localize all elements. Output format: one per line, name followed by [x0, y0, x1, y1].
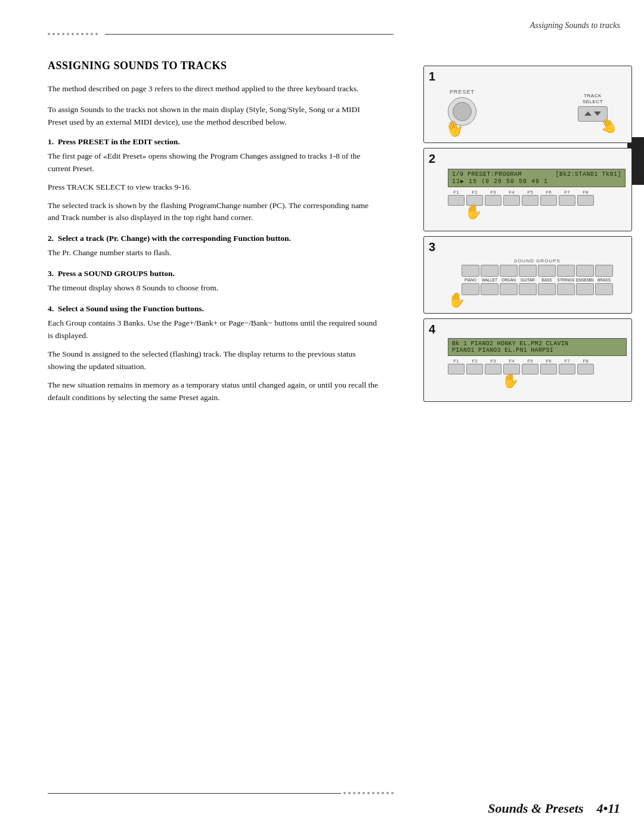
fn4-label-f3: F3 [485, 358, 501, 364]
sound-bot-btn-3[interactable] [500, 283, 518, 295]
lcd-row2: 11▶ 15 ⟨9 26 50 50 49 1 [452, 178, 621, 185]
hand-icon-sound: ✋ [448, 292, 466, 308]
diagram-box-3: 3 SOUND GROUPS PIANO WALLET ORGAN [423, 236, 632, 314]
diagram-box-1: 1 PRESET ✋ TRACK SELECT [423, 66, 632, 143]
sound-top-btn-4[interactable] [519, 265, 537, 277]
box4-content: Bk 1 PIANO2 HONKY EL.PM2 CLAVIN PIANO1 P… [448, 327, 627, 374]
footer-sounds-presets: Sounds & Presets [488, 801, 583, 816]
lcd-right: [Bk2:STAND1 Tk01] [555, 171, 621, 178]
track-select-container: ✋ [578, 106, 608, 122]
step1-body2: Press TRACK SELECT to view tracks 9-16. [48, 181, 382, 194]
hand-icon-fn2: ✋ [465, 203, 482, 220]
sound-bot-btns: ✋ [448, 283, 627, 295]
footer-text: Sounds & Presets 4•11 [488, 801, 620, 816]
lcd-line2: 11▶ 15 ⟨9 26 50 50 49 1 [452, 178, 548, 185]
step2-heading: 2. Select a track (Pr. Change) with the … [48, 234, 382, 243]
sound-lbl-piano: PIANO [462, 278, 479, 282]
fn4-label-f5: F5 [522, 358, 538, 364]
box2-content: 1/9 PRESET:PROGRAM [Bk2:STAND1 Tk01] 11▶… [448, 158, 626, 206]
step2-body: The Pr. Change number starts to flash. [48, 247, 382, 259]
sound-labels: PIANO WALLET ORGAN GUITAR BASS STRINGS E… [448, 278, 627, 282]
section-title: ASSIGNING SOUNDS TO TRACKS [48, 60, 382, 72]
fn4-label-f2: F2 [466, 358, 483, 364]
fn-btn-6[interactable] [540, 195, 557, 206]
sound-lbl-brass: BRASS [595, 278, 613, 282]
header-title: Assigning Sounds to tracks [530, 21, 620, 30]
fn-btn-7[interactable] [559, 195, 575, 206]
hand-icon-fn4: ✋ [501, 372, 519, 389]
fn4-label-f7: F7 [559, 358, 575, 364]
sound-bot-btn-8[interactable] [595, 283, 613, 295]
footer-rule [48, 792, 394, 794]
footer-line-left [48, 793, 341, 794]
fn4-label-f4: F4 [503, 358, 520, 364]
arrow-up-icon [584, 112, 592, 116]
sound-top-btn-5[interactable] [538, 265, 556, 277]
fn4-btn-8[interactable] [577, 364, 594, 374]
footer-dots-row [343, 792, 394, 794]
sound-bot-btn-4[interactable] [519, 283, 537, 295]
fn4-btns-physical: ✋ [448, 364, 627, 374]
step3: 3. Press a SOUND GROUPS button. The time… [48, 269, 382, 295]
lcd-line1: 1/9 PRESET:PROGRAM [452, 171, 522, 178]
header-rule [48, 33, 394, 35]
fn4-btn-5[interactable] [522, 364, 538, 374]
sound-bot-btn-5[interactable] [538, 283, 556, 295]
box3-content: SOUND GROUPS PIANO WALLET ORGAN GUITAR [448, 250, 627, 295]
step2: 2. Select a track (Pr. Change) with the … [48, 234, 382, 259]
step1: 1. Press PRESET in the EDIT section. The… [48, 137, 382, 225]
right-panel: 1 PRESET ✋ TRACK SELECT [417, 0, 644, 833]
box1-number: 1 [429, 70, 435, 83]
preset-button-group: PRESET ✋ [448, 89, 476, 126]
sound-bot-btn-2[interactable] [481, 283, 499, 295]
fn4-btn-7[interactable] [559, 364, 575, 374]
fn4-label-f8: F8 [577, 358, 594, 364]
fn-label-f7: F7 [559, 190, 575, 195]
fn-buttons-row2: F1 F2 F3 F4 F5 F6 F7 F8 [448, 190, 626, 195]
track-select-group: TRACK SELECT ✋ [578, 93, 608, 121]
sound-bot-btn-7[interactable] [576, 283, 594, 295]
box2-number: 2 [429, 152, 435, 166]
fn-btn-4[interactable] [503, 195, 520, 206]
fn-btn-5[interactable] [522, 195, 538, 206]
fn-label-f6: F6 [540, 190, 557, 195]
sound-top-btn-8[interactable] [595, 265, 613, 277]
fn4-btn-6[interactable] [540, 364, 557, 374]
fn-btn-3[interactable] [485, 195, 501, 206]
sound-top-btn-1[interactable] [462, 265, 479, 277]
sound-lcd-line1: Bk 1 PIANO2 HONKY EL.PM2 CLAVIN [452, 340, 623, 347]
fn4-label-f6: F6 [540, 358, 557, 364]
fn4-btn-3[interactable] [485, 364, 501, 374]
step3-heading: 3. Press a SOUND GROUPS button. [48, 269, 382, 278]
track-label: TRACK SELECT [583, 93, 603, 104]
fn-labels-row4: F1 F2 F3 F4 F5 F6 F7 F8 [448, 358, 627, 364]
fn4-btn-1[interactable] [448, 364, 465, 374]
sound-top-btn-2[interactable] [481, 265, 499, 277]
sound-top-btn-6[interactable] [557, 265, 575, 277]
sound-top-btn-3[interactable] [500, 265, 518, 277]
page-header: Assigning Sounds to tracks [530, 21, 620, 30]
sound-lcd-4: Bk 1 PIANO2 HONKY EL.PM2 CLAVIN PIANO1 P… [448, 338, 627, 356]
box3-number: 3 [429, 240, 435, 254]
fn-label-f4: F4 [503, 190, 520, 195]
fn-label-f3: F3 [485, 190, 501, 195]
step4: 4. Select a Sound using the Function but… [48, 304, 382, 404]
step1-heading: 1. Press PRESET in the EDIT section. [48, 137, 382, 147]
sound-bot-btn-6[interactable] [557, 283, 575, 295]
fn-btns-physical-row2: ✋ [448, 195, 626, 206]
sound-lcd-line2: PIANO1 PIANO3 EL.PN1 HARPSI [452, 347, 623, 354]
fn-btn-8[interactable] [577, 195, 594, 206]
preset-label: PRESET [450, 89, 475, 95]
step4-body1: Each Group contains 3 Banks. Use the Pag… [48, 317, 382, 342]
sound-top-btns [448, 265, 627, 277]
sound-lbl-bass: BASS [538, 278, 556, 282]
step1-body3: The selected track is shown by the flash… [48, 200, 382, 225]
step1-body1: The first page of «Edit Preset» opens sh… [48, 150, 382, 175]
step3-body: The timeout display shows 8 Sounds to ch… [48, 282, 382, 295]
fn4-btn-2[interactable] [466, 364, 483, 374]
sound-top-btn-7[interactable] [576, 265, 594, 277]
fn-label-f1: F1 [448, 190, 465, 195]
para1: The method described on page 3 refers to… [48, 83, 382, 95]
step4-heading: 4. Select a Sound using the Function but… [48, 304, 382, 314]
fn-btn-1[interactable] [448, 195, 465, 206]
